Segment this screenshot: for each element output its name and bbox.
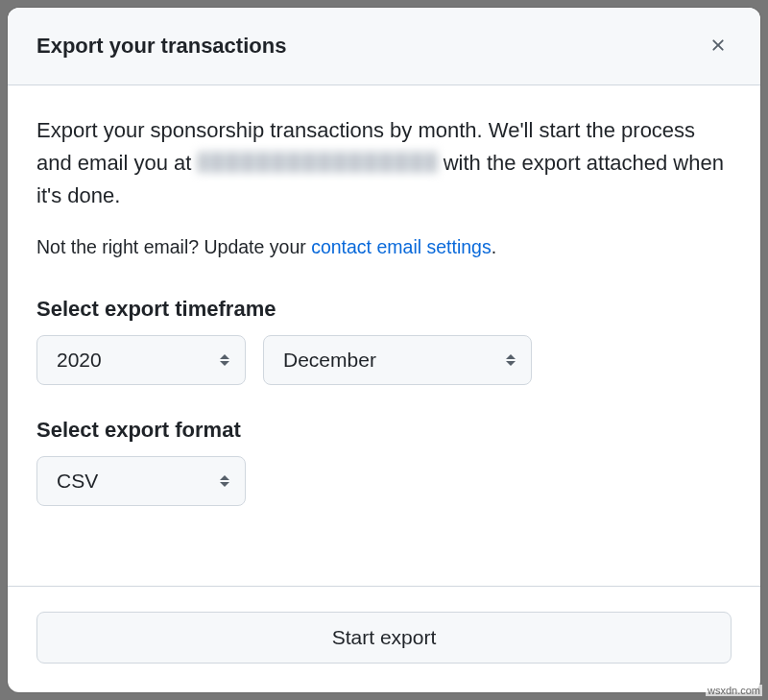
start-export-button[interactable]: Start export [36,612,732,664]
updown-icon [506,354,516,366]
close-icon [708,36,728,58]
contact-email-settings-link[interactable]: contact email settings [311,236,492,257]
intro-text: Export your sponsorship transactions by … [36,114,732,212]
helper-prefix: Not the right email? Update your [36,236,311,257]
year-select-value: 2020 [57,349,102,372]
helper-text: Not the right email? Update your contact… [36,233,732,261]
format-select[interactable]: CSV [36,456,246,506]
timeframe-label: Select export timeframe [36,297,732,322]
export-transactions-modal: Export your transactions Export your spo… [8,8,760,692]
month-select-value: December [283,349,376,372]
modal-footer: Start export [8,586,760,692]
modal-title: Export your transactions [36,34,286,59]
format-label: Select export format [36,418,732,443]
redacted-email [198,152,438,173]
updown-icon [220,475,229,487]
format-select-value: CSV [57,470,98,493]
year-select[interactable]: 2020 [36,335,246,385]
updown-icon [220,354,229,366]
timeframe-row: 2020 December [36,335,732,385]
month-select[interactable]: December [263,335,532,385]
modal-header: Export your transactions [8,8,760,85]
close-button[interactable] [705,33,732,60]
modal-body: Export your sponsorship transactions by … [8,85,760,586]
helper-suffix: . [492,236,496,257]
format-row: CSV [36,456,732,506]
